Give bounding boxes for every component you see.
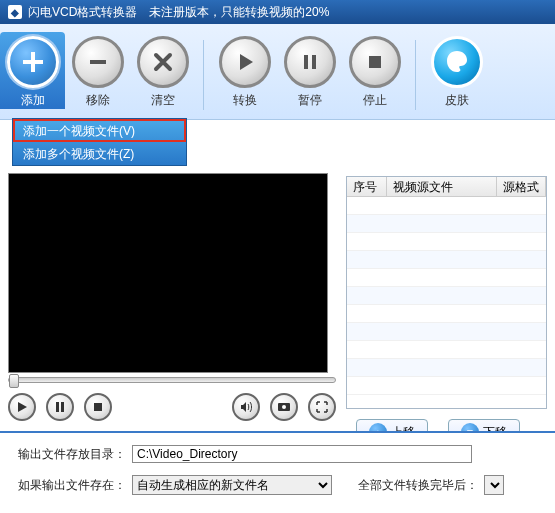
player-play-button[interactable]: [8, 393, 36, 421]
pause-icon: [284, 36, 336, 88]
output-name-label: 如果输出文件存在：: [18, 477, 126, 494]
minus-icon: [72, 36, 124, 88]
toolbar-separator-2: [415, 40, 416, 110]
player-controls: [8, 393, 336, 421]
pause-button[interactable]: 暂停: [277, 32, 342, 109]
table-row[interactable]: [347, 215, 546, 233]
main-toolbar: 添加 移除 清空 转换 暂停 停止 皮肤: [0, 24, 555, 120]
table-row[interactable]: [347, 359, 546, 377]
add-many-files-item[interactable]: 添加多个视频文件(Z): [13, 142, 186, 165]
svg-rect-4: [56, 402, 59, 412]
preview-panel: [8, 176, 336, 470]
col-format[interactable]: 源格式: [497, 177, 546, 196]
table-row[interactable]: [347, 305, 546, 323]
file-list-panel: 序号 视频源文件 源格式 ▲ 上移: [346, 176, 547, 470]
skin-icon: [431, 36, 483, 88]
file-table: 序号 视频源文件 源格式: [346, 176, 547, 409]
add-dropdown-menu: 添加一个视频文件(V) 添加多个视频文件(Z): [12, 118, 187, 166]
expand-icon: [316, 401, 328, 413]
pause-label: 暂停: [298, 92, 322, 109]
table-row[interactable]: [347, 377, 546, 395]
after-done-label: 全部文件转换完毕后：: [358, 477, 478, 494]
svg-rect-0: [90, 60, 106, 64]
volume-button[interactable]: [232, 393, 260, 421]
col-index[interactable]: 序号: [347, 177, 387, 196]
pause-icon: [54, 401, 66, 413]
table-body: [347, 197, 546, 408]
play-icon: [16, 401, 28, 413]
output-name-select[interactable]: 自动生成相应的新文件名: [132, 475, 332, 495]
table-row[interactable]: [347, 197, 546, 215]
add-label: 添加: [21, 92, 45, 109]
stop-label: 停止: [363, 92, 387, 109]
app-title: 闪电VCD格式转换器: [28, 4, 137, 21]
plus-icon: [7, 36, 59, 88]
svg-point-8: [282, 405, 286, 409]
output-settings: 输出文件存放目录： 如果输出文件存在： 自动生成相应的新文件名 全部文件转换完毕…: [0, 431, 555, 513]
output-name-row: 如果输出文件存在： 自动生成相应的新文件名 全部文件转换完毕后：: [18, 475, 537, 495]
app-icon: ◆: [8, 5, 22, 19]
output-dir-input[interactable]: [132, 445, 472, 463]
x-icon: [137, 36, 189, 88]
stop-icon: [349, 36, 401, 88]
after-done-select[interactable]: [484, 475, 504, 495]
player-pause-button[interactable]: [46, 393, 74, 421]
toolbar-separator: [203, 40, 204, 110]
player-stop-button[interactable]: [84, 393, 112, 421]
svg-rect-5: [61, 402, 64, 412]
add-button[interactable]: 添加: [0, 32, 65, 109]
version-note: 未注册版本，只能转换视频的20%: [149, 4, 329, 21]
add-one-file-item[interactable]: 添加一个视频文件(V): [13, 119, 186, 142]
col-source[interactable]: 视频源文件: [387, 177, 497, 196]
table-row[interactable]: [347, 233, 546, 251]
table-row[interactable]: [347, 323, 546, 341]
remove-button[interactable]: 移除: [65, 32, 130, 109]
remove-label: 移除: [86, 92, 110, 109]
titlebar: ◆ 闪电VCD格式转换器 未注册版本，只能转换视频的20%: [0, 0, 555, 24]
clear-button[interactable]: 清空: [130, 32, 195, 109]
skin-button[interactable]: 皮肤: [424, 32, 489, 109]
svg-rect-3: [369, 56, 381, 68]
snapshot-button[interactable]: [270, 393, 298, 421]
skin-label: 皮肤: [445, 92, 469, 109]
convert-label: 转换: [233, 92, 257, 109]
seek-bar-row: [8, 377, 336, 383]
seek-slider[interactable]: [8, 377, 336, 383]
svg-rect-1: [304, 55, 308, 69]
volume-icon: [239, 400, 253, 414]
svg-rect-6: [94, 403, 102, 411]
convert-button[interactable]: 转换: [212, 32, 277, 109]
svg-rect-2: [312, 55, 316, 69]
table-header: 序号 视频源文件 源格式: [347, 177, 546, 197]
table-row[interactable]: [347, 341, 546, 359]
fullscreen-button[interactable]: [308, 393, 336, 421]
stop-button[interactable]: 停止: [342, 32, 407, 109]
clear-label: 清空: [151, 92, 175, 109]
add-one-label: 添加一个视频文件(V): [23, 124, 135, 138]
table-row[interactable]: [347, 287, 546, 305]
table-row[interactable]: [347, 269, 546, 287]
seek-thumb[interactable]: [9, 374, 19, 388]
output-dir-row: 输出文件存放目录：: [18, 445, 537, 463]
table-row[interactable]: [347, 251, 546, 269]
add-many-label: 添加多个视频文件(Z): [23, 147, 134, 161]
output-dir-label: 输出文件存放目录：: [18, 446, 126, 463]
video-preview: [8, 173, 328, 373]
camera-icon: [277, 400, 291, 414]
stop-icon: [92, 401, 104, 413]
play-icon: [219, 36, 271, 88]
